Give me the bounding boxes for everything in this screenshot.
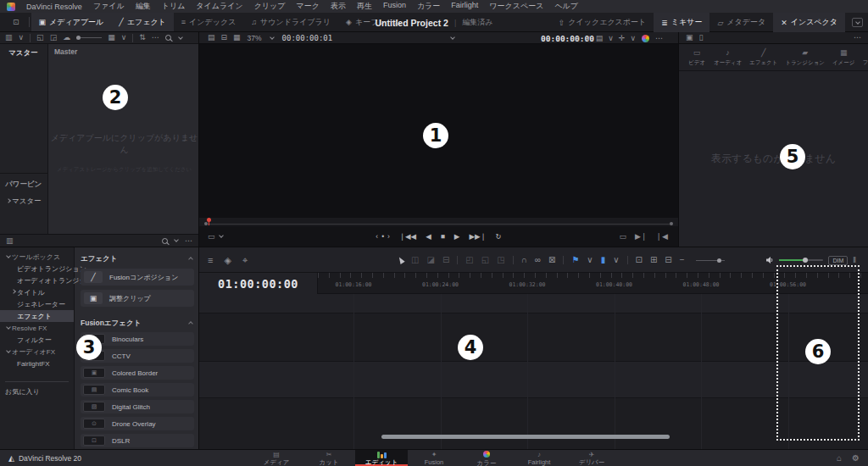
toolbox-item-video-transitions[interactable]: ビデオトランジション	[0, 263, 74, 275]
zoom-slider[interactable]	[696, 260, 725, 261]
toolbox-item-favorites[interactable]: お気に入り	[0, 386, 74, 397]
sound-library-button[interactable]: ♫ サウンドライブラリ	[243, 13, 338, 31]
fx-item-dslr[interactable]: ⊡ DSLR	[81, 434, 194, 447]
toolbox-item-fairlight-fx[interactable]: FairlightFX	[0, 358, 74, 369]
volume-slider[interactable]	[779, 259, 823, 261]
page-fusion[interactable]: ✦Fusion	[408, 450, 460, 466]
search-icon[interactable]	[165, 35, 171, 41]
last-frame-button[interactable]: ▶▶❘	[469, 233, 486, 241]
chevron-down-icon[interactable]	[270, 35, 275, 40]
dynamic-trim-icon[interactable]: ◪	[426, 256, 434, 264]
timeline-view-options-icon[interactable]: ≡	[208, 256, 213, 265]
step-back-button[interactable]: ◀	[426, 233, 431, 241]
safe-area-icon[interactable]: ▭	[208, 233, 215, 241]
trim-edit-mode-icon[interactable]: ◫	[411, 256, 419, 264]
list-view-icon[interactable]: ▯	[699, 34, 704, 42]
selection-mode-icon[interactable]	[397, 256, 404, 264]
jog-dot-icon[interactable]: •	[381, 233, 384, 241]
mixer-button[interactable]: ≣ ミキサー	[654, 13, 709, 32]
loop-button[interactable]: ↻	[496, 233, 502, 241]
toolbox-item-audio-fx[interactable]: オーディオFX	[0, 346, 74, 358]
first-frame-button[interactable]: ❘◀◀	[399, 233, 416, 241]
chevron-down-icon[interactable]: ∨	[19, 34, 25, 42]
index-button[interactable]: ≡ インデックス	[174, 13, 244, 31]
voiceover-icon[interactable]: ⌖	[242, 256, 248, 265]
menu-item[interactable]: カラー	[417, 1, 440, 12]
snapping-icon[interactable]: ∩	[521, 256, 527, 264]
menu-item[interactable]: 編集	[136, 1, 151, 12]
quick-export-button[interactable]: ⇧ クイックエクスポート	[551, 13, 654, 32]
effects-button[interactable]: ╱ エフェクト	[111, 13, 173, 31]
horizontal-scrollbar[interactable]	[381, 435, 670, 439]
stabilize-icon[interactable]: ◈	[224, 256, 231, 265]
page-edit[interactable]: エディット	[355, 450, 408, 466]
toolbox-item-toolbox[interactable]: ツールボックス	[0, 251, 74, 263]
viewer-scrub-bar[interactable]	[199, 218, 678, 226]
cloud-icon[interactable]: ☁	[63, 34, 70, 42]
tab-effects[interactable]: ╱ エフェクト	[749, 48, 777, 67]
page-deliver[interactable]: ✈デリバー	[565, 450, 618, 466]
media-pool-button[interactable]: ▣ メディアプール	[31, 13, 112, 31]
thumbnail-view-icon[interactable]: ▣	[686, 34, 693, 42]
timeline-selector-dropdown[interactable]	[450, 35, 455, 40]
viewer-zoom-level[interactable]: 37%	[248, 34, 262, 42]
page-media[interactable]: ▤メディア	[250, 450, 303, 466]
panel-layout-icon[interactable]: ▥	[5, 34, 13, 42]
linked-selection-icon[interactable]: ∞	[535, 256, 541, 264]
settings-gear-icon[interactable]: ⚙	[852, 454, 860, 463]
more-options-icon[interactable]: ⋯	[655, 35, 663, 42]
chevron-down-icon[interactable]: ∨	[585, 35, 591, 42]
chevron-down-icon[interactable]: ∨	[613, 256, 619, 264]
page-fairlight[interactable]: ♪Fairlight	[513, 450, 565, 466]
fx-item-adjustment-clip[interactable]: ▣ 調整クリップ	[81, 290, 194, 307]
timeline-tracks[interactable]	[199, 294, 868, 449]
toolbox-item-filters[interactable]: フィルター	[0, 334, 74, 346]
goto-out-icon[interactable]: ▶❘	[635, 233, 647, 241]
menu-item[interactable]: 表示	[331, 1, 346, 12]
interlace-icon[interactable]: ▤	[208, 34, 215, 42]
more-options-icon[interactable]: ⋯	[185, 237, 192, 245]
relink-icon[interactable]: ◲	[50, 34, 58, 42]
replace-clip-icon[interactable]: ◳	[497, 256, 504, 264]
toolbox-item-titles[interactable]: タイトル	[0, 286, 74, 298]
menu-item[interactable]: Fusion	[383, 1, 406, 12]
chevron-down-icon[interactable]	[178, 35, 183, 40]
tab-file[interactable]: ▤ ファイル	[862, 48, 868, 67]
jog-left-icon[interactable]: ‹	[376, 233, 378, 241]
chevron-down-icon[interactable]: ∨	[587, 256, 593, 264]
menu-item[interactable]: クリップ	[254, 1, 286, 12]
power-bin-item-master[interactable]: マスター	[0, 191, 48, 208]
toolbox-item-generators[interactable]: ジェネレーター	[0, 298, 74, 310]
volume-handle[interactable]	[803, 258, 808, 263]
timeline-ruler[interactable]: 01:00:00:00 01:00:16:0001:00:24:0001:00:…	[199, 273, 868, 294]
clip-color-icon[interactable]: ◱	[36, 34, 44, 42]
sort-icon[interactable]: ⇅	[139, 34, 146, 42]
chevron-down-icon[interactable]	[219, 233, 224, 238]
razor-edit-icon[interactable]: ⊟	[442, 256, 449, 264]
fx-item-colored-border[interactable]: ▣ Colored Border	[81, 366, 194, 380]
search-icon[interactable]	[162, 238, 168, 244]
menu-item[interactable]: ワークスペース	[489, 1, 543, 12]
toolbox-item-audio-transitions[interactable]: オーディオトランジシ..	[0, 275, 74, 286]
menu-item[interactable]: マーク	[296, 1, 319, 12]
chevron-down-icon[interactable]: ∨	[121, 34, 127, 42]
toolbox-item-effects[interactable]: エフェクト	[0, 310, 74, 322]
page-color[interactable]: カラー	[460, 450, 513, 466]
toolbox-item-resolve-fx[interactable]: Resolve FX	[0, 322, 74, 334]
more-options-icon[interactable]: ⋯	[854, 34, 861, 42]
tab-image[interactable]: ▦ イメージ	[832, 48, 854, 67]
zoom-detail-icon[interactable]: ⊞	[650, 256, 657, 264]
preview-icon[interactable]: ▭	[573, 35, 581, 42]
fx-item-fusion-composition[interactable]: ╱ Fusionコンポジション	[81, 269, 194, 286]
sep[interactable]	[30, 34, 31, 42]
tab-video[interactable]: ▭ ビデオ	[687, 48, 706, 67]
inspector-button[interactable]: ✕ インスペクタ	[773, 13, 845, 32]
flag-icon[interactable]: ⚑	[571, 256, 579, 264]
fx-item-comic-book[interactable]: ▤ Comic Book	[81, 383, 194, 397]
collapse-ui-toggle[interactable]	[852, 18, 863, 27]
menu-item[interactable]: タイムライン	[196, 1, 242, 12]
fx-item-drone-overlay[interactable]: ⊙ Drone Overlay	[81, 417, 194, 430]
fusion-effects-section-header[interactable]: Fusionエフェクト	[81, 319, 194, 329]
scopes-icon[interactable]: ▦	[233, 34, 241, 42]
menu-davinci-resolve[interactable]: DaVinci Resolve	[26, 3, 82, 11]
